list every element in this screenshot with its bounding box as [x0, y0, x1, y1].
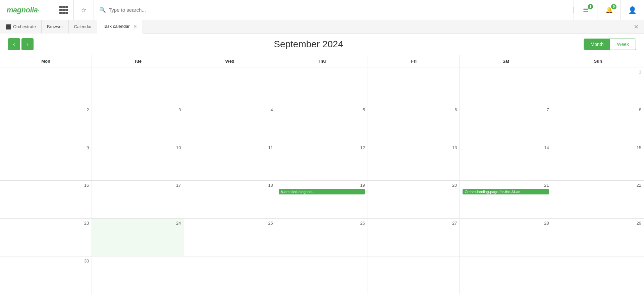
- calendar-day-5-6[interactable]: [552, 256, 644, 294]
- month-view-button[interactable]: Month: [584, 39, 610, 50]
- calendar-day-2-1[interactable]: 10: [92, 143, 184, 181]
- day-number: 11: [187, 145, 273, 150]
- week-view-button[interactable]: Week: [610, 39, 636, 50]
- calendar-day-4-0[interactable]: 23: [0, 219, 92, 256]
- tab-calendar[interactable]: Calendar: [69, 20, 98, 34]
- calendar-day-2-4[interactable]: 13: [368, 143, 460, 181]
- calendar-day-4-5[interactable]: 28: [460, 219, 552, 256]
- day-number: 16: [3, 183, 89, 188]
- calendar-day-1-5[interactable]: 7: [460, 105, 552, 143]
- calendar-week-0: 1: [0, 67, 644, 105]
- tasks-icon: ☰: [583, 6, 588, 14]
- close-all-tabs-button[interactable]: ✕: [628, 23, 644, 31]
- day-number: 24: [95, 221, 181, 226]
- nav-buttons: ‹ ›: [8, 38, 34, 50]
- day-number: 29: [555, 221, 641, 226]
- calendar-day-1-2[interactable]: 4: [184, 105, 276, 143]
- day-number: 4: [187, 107, 273, 112]
- calendar-day-5-3[interactable]: [276, 256, 368, 294]
- favorites-button[interactable]: ☆: [74, 0, 94, 20]
- calendar-day-4-2[interactable]: 25: [184, 219, 276, 256]
- day-header-wed: Wed: [184, 55, 276, 67]
- calendar-day-0-4[interactable]: [368, 67, 460, 105]
- profile-button[interactable]: 👤: [621, 0, 644, 20]
- calendar-day-2-2[interactable]: 11: [184, 143, 276, 181]
- day-header-mon: Mon: [0, 55, 92, 67]
- calendar-week-1: 2345678: [0, 105, 644, 143]
- calendar-day-2-5[interactable]: 14: [460, 143, 552, 181]
- tab-calendar-label: Calendar: [74, 24, 92, 29]
- calendar-day-5-5[interactable]: [460, 256, 552, 294]
- calendar-day-2-3[interactable]: 12: [276, 143, 368, 181]
- search-input[interactable]: [109, 7, 568, 13]
- calendar-day-3-0[interactable]: 16: [0, 181, 92, 218]
- next-month-button[interactable]: ›: [21, 38, 34, 50]
- notifications-button[interactable]: 🔔 0: [597, 0, 621, 20]
- calendar-day-5-2[interactable]: [184, 256, 276, 294]
- logo: magnolia: [7, 6, 38, 14]
- calendar-day-2-0[interactable]: 9: [0, 143, 92, 181]
- calendar-day-0-6[interactable]: 1: [552, 67, 644, 105]
- day-number: 18: [187, 183, 273, 188]
- calendar-day-0-2[interactable]: [184, 67, 276, 105]
- search-icon: 🔍: [99, 7, 106, 13]
- tab-task-calendar-close[interactable]: ✕: [133, 24, 137, 29]
- day-number: 14: [463, 145, 549, 150]
- calendar-day-3-3[interactable]: 19A-detailed-blogpost-: [276, 181, 368, 218]
- day-number: 2: [3, 107, 89, 112]
- day-number: 9: [3, 145, 89, 150]
- calendar-day-4-3[interactable]: 26: [276, 219, 368, 256]
- apps-button[interactable]: [54, 0, 74, 20]
- event-chip[interactable]: Create-landing-page-for-the-AI-ac: [463, 189, 549, 194]
- calendar-day-4-1[interactable]: 24: [92, 219, 184, 256]
- day-number: 6: [371, 107, 457, 112]
- calendar-day-5-0[interactable]: 30: [0, 256, 92, 294]
- day-number: 3: [95, 107, 181, 112]
- calendar-day-3-6[interactable]: 22: [552, 181, 644, 218]
- calendar-day-4-4[interactable]: 27: [368, 219, 460, 256]
- calendar-week-3: 16171819A-detailed-blogpost-2021Create-l…: [0, 181, 644, 219]
- calendar-grid: Mon Tue Wed Thu Fri Sat Sun 123456789101…: [0, 55, 644, 294]
- calendar-weeks: 12345678910111213141516171819A-detailed-…: [0, 67, 644, 294]
- tab-browser[interactable]: Browser: [42, 20, 69, 34]
- calendar-day-3-4[interactable]: 20: [368, 181, 460, 218]
- calendar-day-0-0[interactable]: [0, 67, 92, 105]
- day-number: 23: [3, 221, 89, 226]
- notifications-badge: 0: [611, 4, 616, 9]
- day-number: 21: [463, 183, 549, 188]
- calendar-day-3-1[interactable]: 17: [92, 181, 184, 218]
- calendar-day-1-4[interactable]: 6: [368, 105, 460, 143]
- tab-orchestrate[interactable]: ⬛ Orchestrate: [0, 20, 42, 34]
- tab-task-calendar[interactable]: Task calendar ✕: [97, 20, 143, 34]
- tab-browser-label: Browser: [47, 24, 63, 29]
- calendar-day-0-1[interactable]: [92, 67, 184, 105]
- calendar-day-0-3[interactable]: [276, 67, 368, 105]
- day-number: 7: [463, 107, 549, 112]
- tasks-button[interactable]: ☰ 1: [574, 0, 597, 20]
- calendar-week-2: 9101112131415: [0, 143, 644, 181]
- calendar-day-2-6[interactable]: 15: [552, 143, 644, 181]
- day-number: 17: [95, 183, 181, 188]
- calendar-day-4-6[interactable]: 29: [552, 219, 644, 256]
- calendar-day-1-6[interactable]: 8: [552, 105, 644, 143]
- star-icon: ☆: [81, 6, 87, 14]
- event-chip[interactable]: A-detailed-blogpost-: [279, 189, 365, 194]
- day-headers: Mon Tue Wed Thu Fri Sat Sun: [0, 55, 644, 67]
- calendar-day-1-3[interactable]: 5: [276, 105, 368, 143]
- day-number: 26: [279, 221, 365, 226]
- prev-month-button[interactable]: ‹: [8, 38, 20, 50]
- month-title: September 2024: [274, 39, 343, 50]
- orchestrate-icon: ⬛: [5, 24, 11, 30]
- day-number: 5: [279, 107, 365, 112]
- search-area: 🔍: [94, 7, 574, 13]
- day-number: 8: [555, 107, 641, 112]
- calendar-day-5-4[interactable]: [368, 256, 460, 294]
- calendar-day-5-1[interactable]: [92, 256, 184, 294]
- day-header-sun: Sun: [552, 55, 644, 67]
- day-number: 22: [555, 183, 641, 188]
- calendar-day-3-2[interactable]: 18: [184, 181, 276, 218]
- calendar-day-0-5[interactable]: [460, 67, 552, 105]
- calendar-day-3-5[interactable]: 21Create-landing-page-for-the-AI-ac: [460, 181, 552, 218]
- calendar-day-1-1[interactable]: 3: [92, 105, 184, 143]
- calendar-day-1-0[interactable]: 2: [0, 105, 92, 143]
